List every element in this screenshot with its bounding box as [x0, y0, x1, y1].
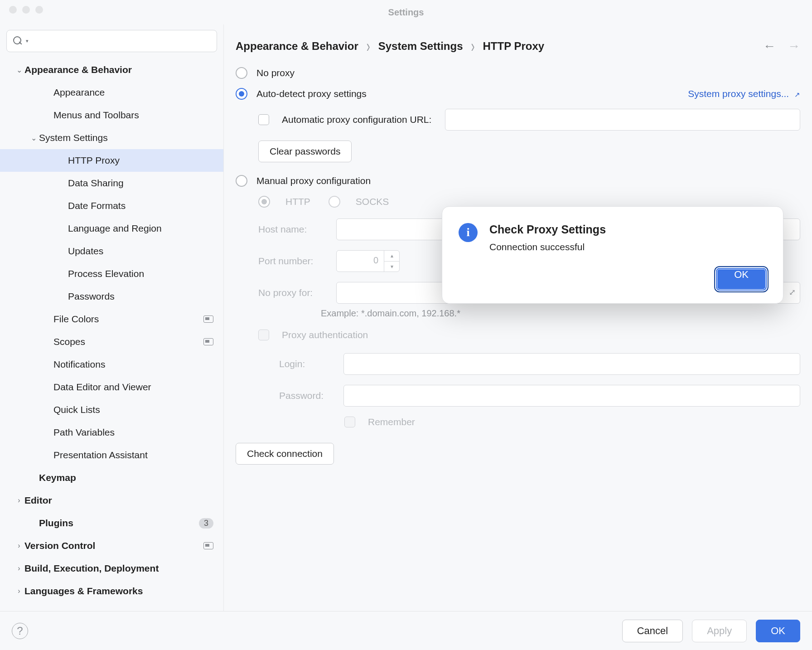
port-number-input: 0 ▴ ▾ [336, 250, 400, 272]
sidebar-item-label: Path Variables [53, 427, 213, 438]
chevron-right-icon[interactable]: › [14, 542, 24, 550]
window-controls [9, 6, 43, 14]
password-input [343, 385, 800, 407]
sidebar-item-label: Data Editor and Viewer [53, 382, 213, 393]
sidebar-item-version-control[interactable]: ›Version Control [0, 534, 223, 557]
sidebar-item-http-proxy[interactable]: ›HTTP Proxy [0, 149, 223, 172]
no-proxy-example-hint: Example: *.domain.com, 192.168.* [321, 308, 800, 319]
breadcrumb: Appearance & Behavior › System Settings … [236, 40, 544, 53]
ok-button[interactable]: OK [756, 620, 800, 642]
sidebar-item-appearance-behavior[interactable]: ⌄Appearance & Behavior [0, 58, 223, 81]
sidebar-item-scopes[interactable]: ›Scopes [0, 330, 223, 353]
login-input [343, 353, 800, 375]
port-step-up-icon: ▴ [384, 251, 399, 262]
sidebar-item-build-execution-deployment[interactable]: ›Build, Execution, Deployment [0, 557, 223, 580]
proxy-auth-checkbox [258, 330, 269, 340]
sidebar-item-label: Language and Region [68, 223, 213, 234]
sidebar-item-path-variables[interactable]: ›Path Variables [0, 421, 223, 444]
no-proxy-for-label: No proxy for: [258, 287, 331, 298]
auto-detect-radio[interactable] [236, 88, 247, 100]
chevron-right-icon[interactable]: › [14, 496, 24, 504]
close-window-icon[interactable] [9, 6, 17, 14]
check-connection-button[interactable]: Check connection [236, 443, 334, 465]
sidebar-item-label: Passwords [68, 291, 213, 302]
help-icon[interactable]: ? [12, 623, 28, 639]
sidebar-item-process-elevation[interactable]: ›Process Elevation [0, 262, 223, 285]
pac-url-checkbox[interactable] [258, 114, 269, 125]
sidebar-item-label: Data Sharing [68, 178, 213, 189]
project-scope-icon [203, 542, 213, 549]
chevron-right-icon[interactable]: › [14, 564, 24, 572]
sidebar-item-plugins[interactable]: ›Plugins3 [0, 512, 223, 534]
sidebar-item-menus-and-toolbars[interactable]: ›Menus and Toolbars [0, 104, 223, 126]
sidebar-item-notifications[interactable]: ›Notifications [0, 353, 223, 376]
plugins-update-badge: 3 [199, 518, 213, 529]
sidebar-item-passwords[interactable]: ›Passwords [0, 285, 223, 308]
pac-url-input[interactable] [445, 109, 800, 131]
socks-protocol-label: SOCKS [356, 196, 389, 207]
no-proxy-radio[interactable] [236, 67, 247, 79]
password-label: Password: [279, 390, 338, 401]
search-icon [13, 36, 23, 46]
search-input[interactable]: ▾ [6, 30, 217, 52]
settings-tree[interactable]: ⌄Appearance & Behavior›Appearance›Menus … [0, 58, 223, 650]
titlebar: Settings [0, 0, 812, 24]
sidebar-item-presentation-assistant[interactable]: ›Presentation Assistant [0, 444, 223, 466]
clear-passwords-button[interactable]: Clear passwords [258, 141, 352, 162]
nav-forward-icon[interactable]: → [788, 39, 800, 53]
check-proxy-dialog: i Check Proxy Settings Connection succes… [442, 206, 783, 304]
search-field[interactable] [31, 36, 210, 46]
breadcrumb-nav: ← → [763, 39, 800, 53]
no-proxy-label: No proxy [256, 68, 295, 78]
sidebar-item-editor[interactable]: ›Editor [0, 489, 223, 512]
sidebar-item-label: Date Formats [68, 200, 213, 211]
sidebar-item-label: HTTP Proxy [68, 155, 213, 166]
sidebar-item-date-formats[interactable]: ›Date Formats [0, 194, 223, 217]
sidebar-item-appearance[interactable]: ›Appearance [0, 81, 223, 104]
cancel-button[interactable]: Cancel [622, 620, 683, 642]
system-proxy-link[interactable]: System proxy settings... [688, 88, 789, 99]
dialog-title: Check Proxy Settings [489, 223, 606, 236]
project-scope-icon [203, 338, 213, 345]
expand-icon: ⤢ [789, 287, 796, 297]
chevron-right-icon: › [367, 36, 370, 57]
zoom-window-icon[interactable] [35, 6, 43, 14]
sidebar-item-label: Languages & Frameworks [24, 586, 213, 597]
sidebar-item-label: System Settings [39, 132, 213, 143]
remember-label: Remember [368, 417, 415, 427]
sidebar-item-label: Editor [24, 495, 213, 506]
sidebar-item-file-colors[interactable]: ›File Colors [0, 308, 223, 330]
sidebar-item-label: Presentation Assistant [53, 450, 213, 461]
auto-detect-label: Auto-detect proxy settings [256, 88, 367, 99]
sidebar-item-label: Appearance [53, 87, 213, 98]
socks-protocol-radio [329, 196, 340, 208]
manual-proxy-radio[interactable] [236, 175, 247, 187]
chevron-down-icon[interactable]: ⌄ [14, 66, 24, 74]
sidebar-item-label: Keymap [39, 472, 213, 483]
breadcrumb-item[interactable]: HTTP Proxy [483, 40, 545, 53]
sidebar-item-language-and-region[interactable]: ›Language and Region [0, 217, 223, 240]
sidebar-item-label: Process Elevation [68, 268, 213, 279]
breadcrumb-item[interactable]: System Settings [378, 40, 463, 53]
sidebar-item-languages-frameworks[interactable]: ›Languages & Frameworks [0, 580, 223, 602]
sidebar-item-updates[interactable]: ›Updates [0, 240, 223, 262]
sidebar-item-label: File Colors [53, 314, 203, 325]
minimize-window-icon[interactable] [22, 6, 30, 14]
breadcrumb-item[interactable]: Appearance & Behavior [236, 40, 358, 53]
sidebar-item-data-sharing[interactable]: ›Data Sharing [0, 172, 223, 194]
sidebar-item-label: Scopes [53, 336, 203, 347]
sidebar-item-quick-lists[interactable]: ›Quick Lists [0, 398, 223, 421]
remember-checkbox [344, 417, 355, 427]
chevron-right-icon[interactable]: › [14, 587, 24, 595]
sidebar-item-label: Build, Execution, Deployment [24, 563, 213, 574]
dialog-ok-button[interactable]: OK [716, 268, 767, 291]
chevron-down-icon[interactable]: ⌄ [28, 134, 39, 142]
sidebar-item-data-editor-and-viewer[interactable]: ›Data Editor and Viewer [0, 376, 223, 398]
sidebar-item-keymap[interactable]: ›Keymap [0, 466, 223, 489]
sidebar-item-label: Quick Lists [53, 404, 213, 415]
sidebar-item-label: Plugins [39, 518, 199, 529]
sidebar-item-label: Updates [68, 246, 213, 257]
sidebar-item-system-settings[interactable]: ⌄System Settings [0, 126, 223, 149]
nav-back-icon[interactable]: ← [763, 39, 776, 53]
search-dropdown-icon[interactable]: ▾ [26, 38, 29, 44]
